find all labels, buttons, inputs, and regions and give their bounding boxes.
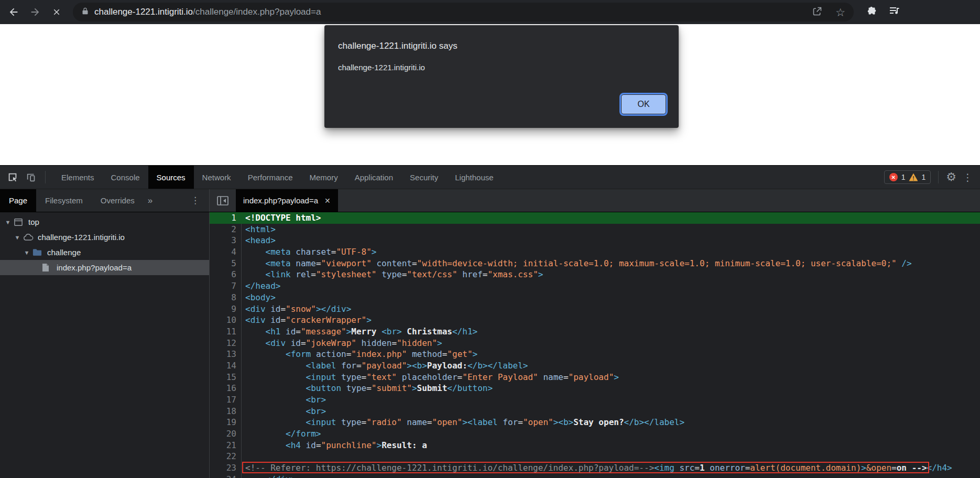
line-number[interactable]: 13 <box>210 349 242 360</box>
settings-gear-icon[interactable]: ⚙ <box>946 171 956 183</box>
code-token: name <box>407 417 427 427</box>
tab-sources[interactable]: Sources <box>148 166 194 189</box>
code-token <box>245 361 306 371</box>
code-content: <link rel="stylesheet" type="text/css" h… <box>242 269 543 280</box>
extensions-puzzle-icon[interactable] <box>866 5 878 19</box>
line-number[interactable]: 6 <box>210 269 242 280</box>
code-token <box>341 383 346 393</box>
line-number[interactable]: 24 <box>210 474 242 478</box>
line-number[interactable]: 18 <box>210 406 242 417</box>
code-token: = <box>311 269 316 279</box>
tab-application[interactable]: Application <box>346 166 401 189</box>
code-token: > <box>437 338 442 348</box>
tab-security[interactable]: Security <box>401 166 447 189</box>
line-number[interactable]: 10 <box>210 314 242 326</box>
line-number[interactable]: 8 <box>210 292 242 303</box>
code-content: <!-- Referer: https://challenge-1221.int… <box>242 462 952 474</box>
nav-tab-filesystem[interactable]: Filesystem <box>36 189 92 212</box>
code-token: <link <box>266 269 291 279</box>
code-token: <div <box>245 304 266 314</box>
code-token: <form <box>286 349 311 359</box>
stop-loading-icon[interactable] <box>50 6 63 18</box>
devtools-menu-kebab-icon[interactable]: ⋮ <box>963 172 973 182</box>
code-token: method <box>412 349 442 359</box>
media-controls-icon[interactable] <box>888 5 901 19</box>
tab-network[interactable]: Network <box>194 166 239 189</box>
line-number[interactable]: 7 <box>210 280 242 292</box>
line-number[interactable]: 14 <box>210 360 242 372</box>
line-number[interactable]: 3 <box>210 235 242 246</box>
line-number[interactable]: 2 <box>210 224 242 235</box>
device-toolbar-icon[interactable] <box>25 171 38 183</box>
devtools-tabbar: ElementsConsoleSourcesNetworkPerformance… <box>0 166 980 189</box>
line-number[interactable]: 20 <box>210 428 242 440</box>
code-token: "message" <box>301 327 346 336</box>
code-token: <!-- Referer: https://challenge-1221.int… <box>245 463 654 473</box>
forward-arrow-icon[interactable] <box>29 6 41 18</box>
nav-tab-overrides[interactable]: Overrides <box>92 189 144 212</box>
tab-console[interactable]: Console <box>103 166 148 189</box>
tree-item-index-php-payload-a[interactable]: index.php?payload=a <box>0 260 209 275</box>
code-token: Christmas <box>402 327 452 336</box>
more-tabs-icon[interactable]: » <box>144 189 157 212</box>
file-tab[interactable]: index.php?payload=a ✕ <box>236 189 338 212</box>
code-content: <div id="crackerWrapper"> <box>242 314 372 326</box>
code-content: <input type="text" placeholder="Enter Pa… <box>242 372 619 383</box>
code-editor: 1<!DOCTYPE html>2<html>3<head>4 <meta ch… <box>210 212 980 478</box>
line-number[interactable]: 9 <box>210 303 242 315</box>
code-line-6: 6 <link rel="stylesheet" type="text/css"… <box>210 269 980 280</box>
line-number[interactable]: 15 <box>210 372 242 383</box>
tab-memory[interactable]: Memory <box>301 166 346 189</box>
tree-expand-arrow-icon[interactable]: ▼ <box>22 249 31 256</box>
tree-item-top[interactable]: ▼top <box>0 214 209 230</box>
code-token: = <box>280 304 286 314</box>
tree-expand-arrow-icon[interactable]: ▼ <box>13 234 22 241</box>
url-bar[interactable]: challenge-1221.intigriti.io/challenge/in… <box>73 3 854 21</box>
code-content: <h4 id="punchline">Result: a <box>242 440 427 451</box>
code-line-22: 22 <box>210 451 980 462</box>
tab-performance[interactable]: Performance <box>239 166 301 189</box>
nav-tab-page[interactable]: Page <box>0 189 36 212</box>
code-line-2: 2<html> <box>210 224 980 235</box>
code-token: > <box>366 315 372 325</box>
tree-item-challenge-1221-intigriti-io[interactable]: ▼challenge-1221.intigriti.io <box>0 230 209 245</box>
tree-item-challenge[interactable]: ▼challenge <box>0 245 209 260</box>
issues-badge[interactable]: ✕ 1 ! 1 <box>884 170 931 184</box>
line-number[interactable]: 4 <box>210 246 242 258</box>
toggle-navigator-icon[interactable] <box>210 189 236 212</box>
line-number[interactable]: 23 <box>210 462 242 474</box>
line-number[interactable]: 5 <box>210 258 242 269</box>
share-icon[interactable] <box>812 6 823 19</box>
line-number[interactable]: 22 <box>210 451 242 462</box>
navigator-menu-kebab-icon[interactable]: ⋮ <box>187 189 209 212</box>
warning-count: 1 <box>921 173 925 181</box>
line-number[interactable]: 16 <box>210 383 242 394</box>
ok-button[interactable]: OK <box>621 94 666 114</box>
line-number[interactable]: 21 <box>210 440 242 451</box>
code-token: <br> <box>382 327 402 336</box>
code-token: type <box>382 269 402 279</box>
back-arrow-icon[interactable] <box>7 6 20 18</box>
code-token: <body> <box>245 292 276 302</box>
close-icon[interactable]: ✕ <box>324 197 331 205</box>
code-content: <body> <box>242 292 276 303</box>
tab-lighthouse[interactable]: Lighthouse <box>447 166 502 189</box>
code-token: = <box>356 361 362 371</box>
tree-expand-arrow-icon[interactable]: ▼ <box>3 219 13 225</box>
code-token <box>245 269 266 279</box>
line-number[interactable]: 12 <box>210 338 242 349</box>
code-token: "width=device-width; initial-scale=1.0; … <box>417 258 897 268</box>
code-content: <!DOCTYPE html> <box>242 212 321 224</box>
code-token: "text/css" <box>407 269 457 279</box>
inspect-element-icon[interactable] <box>6 171 19 183</box>
code-line-17: 17 <br> <box>210 394 980 406</box>
code-token: </button> <box>447 383 493 393</box>
bookmark-star-icon[interactable]: ☆ <box>835 7 845 18</box>
line-number[interactable]: 19 <box>210 417 242 428</box>
code-token: <br> <box>306 406 326 416</box>
line-number[interactable]: 1 <box>210 212 242 224</box>
code-token: Merry <box>351 327 382 336</box>
line-number[interactable]: 11 <box>210 326 242 338</box>
line-number[interactable]: 17 <box>210 394 242 406</box>
tab-elements[interactable]: Elements <box>53 166 103 189</box>
